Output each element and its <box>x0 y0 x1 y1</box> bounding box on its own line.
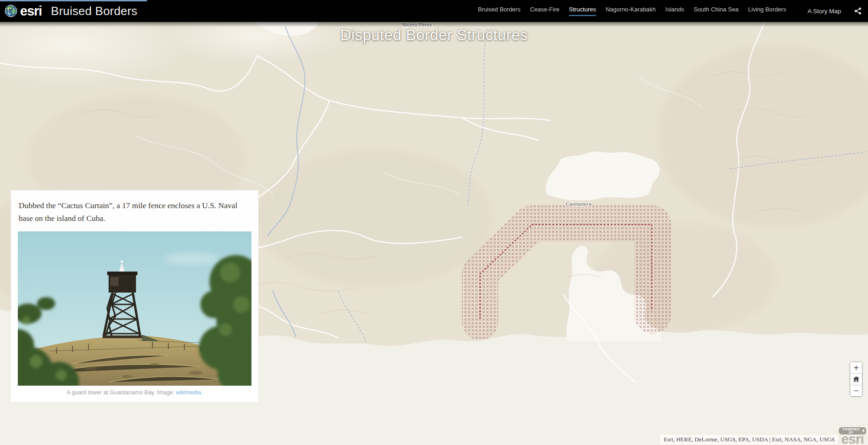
zoom-out-button[interactable]: − <box>850 385 862 396</box>
app-title: Bruised Borders <box>51 4 137 18</box>
nav-bruised-borders[interactable]: Bruised Borders <box>478 6 520 16</box>
nav-living-borders[interactable]: Living Borders <box>748 6 786 16</box>
nav-structures[interactable]: Structures <box>569 6 596 16</box>
caption-period: . <box>201 389 202 396</box>
town-label-caimanera: Caimanera <box>566 201 592 207</box>
terrain-light-patch <box>0 22 187 86</box>
powered-by-esri-logo: POWERED BY esri <box>839 424 866 445</box>
photo-caption: A guard tower at Guantanamo Bay. Image: … <box>18 389 251 396</box>
nav-south-china-sea[interactable]: South China Sea <box>694 6 738 16</box>
story-map-label[interactable]: A Story Map <box>807 8 841 15</box>
esri-brand: esri <box>5 4 42 19</box>
esri-wordmark: esri <box>20 4 42 19</box>
share-icon[interactable] <box>854 7 862 15</box>
top-nav: Bruised Borders Cease-Fire Structures Na… <box>478 6 868 16</box>
caption-text: A guard tower at Guantanamo Bay. Image: <box>67 389 176 396</box>
home-button[interactable] <box>850 373 862 385</box>
map-title: Disputed Border Structures <box>340 26 528 44</box>
guard-tower-photo <box>18 231 251 386</box>
story-panel: Dubbed the “Cactus Curtain”, a 17 mile f… <box>11 190 258 402</box>
home-icon <box>853 376 859 382</box>
zoom-in-button[interactable]: + <box>850 362 862 373</box>
wikimedia-link[interactable]: wikimedia <box>176 389 201 396</box>
page: Niceto Pérez Caimanera Río Jaibo Dispute… <box>0 0 868 445</box>
powered-by-brand: esri <box>839 433 866 445</box>
nav-islands[interactable]: Islands <box>665 6 684 16</box>
map-attribution: Esri, HERE, DeLorme, USGS, EPA, USDA | E… <box>660 435 838 444</box>
loading-progress-bar <box>0 0 147 1</box>
esri-globe-icon <box>5 5 17 17</box>
story-text: Dubbed the “Cactus Curtain”, a 17 mile f… <box>19 199 251 225</box>
app-header: esri Bruised Borders Bruised Borders Cea… <box>0 0 868 22</box>
map-zoom-controls: + − <box>850 361 863 397</box>
nav-cease-fire[interactable]: Cease-Fire <box>530 6 559 16</box>
nav-nagorno-karabakh[interactable]: Nagorno-Karabakh <box>606 6 656 16</box>
light-terrain-blob <box>546 152 659 200</box>
